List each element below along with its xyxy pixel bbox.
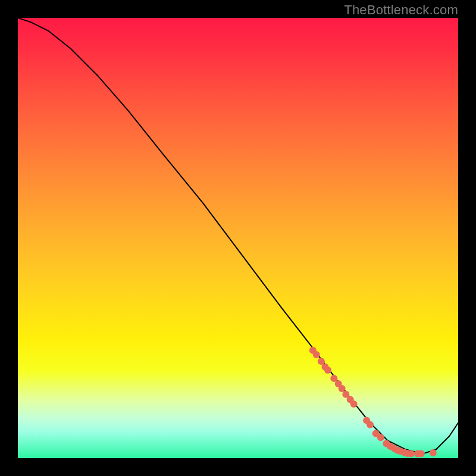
data-marker [418,450,425,458]
bottleneck-curve [18,18,458,454]
data-marker [350,400,358,408]
data-marker [324,367,331,374]
curve-layer [18,18,458,454]
data-marker [313,351,320,358]
marker-layer [309,347,437,458]
watermark-text: TheBottleneck.com [344,2,458,18]
chart-frame: TheBottleneck.com [0,0,476,476]
data-marker [430,449,437,456]
chart-svg [18,18,458,458]
data-marker [367,421,374,428]
data-marker [377,434,384,441]
plot-area [18,18,458,458]
data-marker [408,450,415,458]
